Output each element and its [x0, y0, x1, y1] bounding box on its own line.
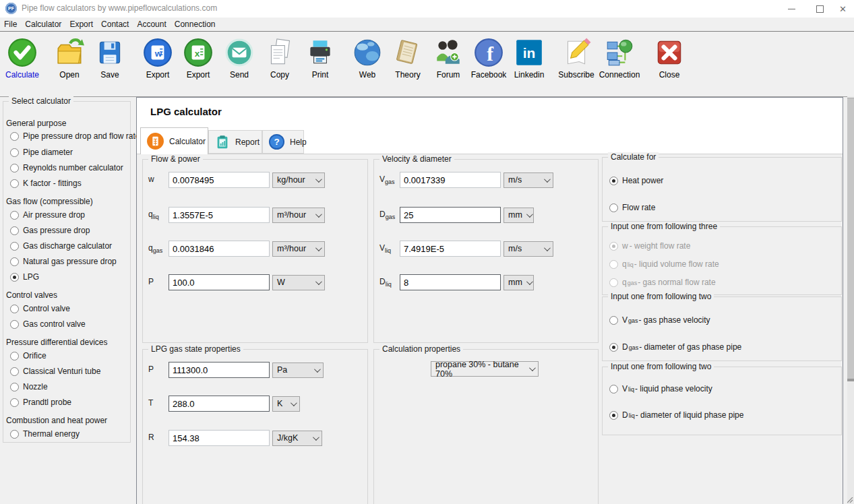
menu-calculator[interactable]: Calculator [21, 20, 65, 29]
gas-constant-input[interactable] [169, 430, 270, 446]
chevron-down-icon [315, 278, 322, 285]
calculate-button[interactable]: Calculate [0, 37, 44, 80]
network-globe-icon [604, 37, 635, 68]
export-word-button[interactable]: w Export [135, 37, 180, 80]
radio-v-gas-velocity[interactable]: Vgas - gas phase velocity [609, 315, 710, 325]
power-input[interactable] [169, 274, 270, 290]
radio-indicator [609, 260, 618, 269]
radio-v-liq-velocity[interactable]: Vliq - liquid phase velocity [609, 383, 712, 394]
theory-button[interactable]: Theory [386, 37, 430, 80]
subscribe-button[interactable]: Subscribe [554, 37, 599, 80]
vertical-scrollbar[interactable] [847, 96, 854, 504]
sidebar-item-k-factor[interactable]: K factor - fittings [10, 178, 82, 189]
radio-indicator [10, 257, 19, 266]
open-button[interactable]: Open [47, 37, 92, 80]
linkedin-icon: in [514, 37, 545, 68]
facebook-button[interactable]: f Facebook [466, 37, 511, 80]
q-gas-unit-select[interactable]: m³/hour [272, 241, 325, 257]
radio-indicator [10, 305, 19, 313]
sidebar-item-lpg[interactable]: LPG [10, 272, 39, 282]
print-button[interactable]: Print [298, 37, 342, 80]
calculate-for-group: Calculate for Heat power Flow rate [602, 157, 842, 222]
lpg-calculator-panel: LPG calculator Calculator [136, 97, 843, 504]
chevron-down-icon [529, 365, 536, 371]
chevron-down-icon [544, 176, 551, 183]
sidebar-item-gas-control-valve[interactable]: Gas control valve [10, 319, 86, 329]
radio-indicator [609, 203, 618, 212]
sidebar-item-control-valve[interactable]: Control valve [10, 303, 70, 314]
sidebar-item-orifice[interactable]: Orifice [10, 350, 47, 361]
pressure-unit-select[interactable]: Pa [272, 363, 324, 378]
app-window: PF Pipe flow calculators by www.pipeflow… [0, 0, 854, 504]
save-button[interactable]: Save [88, 37, 132, 80]
resize-grip-icon[interactable] [847, 497, 853, 503]
sidebar-item-reynolds-number[interactable]: Reynolds number calculator [10, 162, 123, 173]
scrollbar-thumb[interactable] [847, 98, 854, 381]
menu-account[interactable]: Account [133, 20, 170, 29]
d-liq-input[interactable] [400, 274, 501, 290]
d-gas-input[interactable] [400, 207, 501, 223]
d-gas-unit-select[interactable]: mm [504, 208, 534, 223]
radio-heat-power[interactable]: Heat power [609, 175, 663, 186]
w-input[interactable] [169, 172, 270, 188]
field-row-v-gas: Vgas m/s [379, 172, 553, 188]
temperature-unit-select[interactable]: K [272, 396, 300, 412]
forum-button[interactable]: Forum [426, 37, 470, 80]
svg-text:f: f [487, 43, 494, 65]
temperature-input[interactable] [169, 396, 270, 412]
radio-indicator [10, 320, 19, 329]
sidebar-item-natural-gas-pressure-drop[interactable]: Natural gas pressure drop [10, 256, 117, 267]
chevron-down-icon [526, 211, 533, 218]
sidebar-item-pipe-pressure-drop[interactable]: Pipe pressure drop and flow rate [10, 131, 140, 141]
q-liq-input[interactable] [169, 207, 270, 223]
power-unit-select[interactable]: W [272, 275, 325, 290]
minimize-button[interactable] [776, 0, 807, 18]
menu-export[interactable]: Export [65, 20, 97, 29]
tab-report[interactable]: Report [208, 130, 262, 154]
radio-d-gas-diameter[interactable]: Dgas - diameter of gas phase pipe [609, 342, 741, 352]
send-button[interactable]: Send [217, 37, 262, 80]
svg-text:w: w [154, 49, 162, 59]
connection-button[interactable]: Connection [597, 37, 642, 80]
sidebar-group-pressure-differential: Pressure differential devices [6, 338, 108, 347]
close-button[interactable]: Close [647, 37, 692, 80]
menu-contact[interactable]: Contact [97, 20, 133, 29]
radio-indicator [609, 316, 618, 325]
linkedin-button[interactable]: in Linkedin [507, 37, 551, 80]
mixture-select[interactable]: propane 30% - butane 70% [431, 361, 539, 377]
radio-d-liq-diameter[interactable]: Dliq - diameter of liquid phase pipe [609, 410, 743, 420]
sidebar-item-thermal-energy[interactable]: Thermal energy [10, 429, 80, 439]
sidebar-item-prandtl-probe[interactable]: Prandtl probe [10, 397, 71, 408]
word-document-icon: w [142, 37, 173, 68]
close-window-button[interactable]: ✕ [828, 0, 854, 18]
tab-help[interactable]: ? Help [262, 130, 304, 154]
menu-file[interactable]: File [0, 20, 21, 29]
web-button[interactable]: Web [345, 37, 390, 80]
sidebar-item-venturi-tube[interactable]: Classical Venturi tube [10, 366, 100, 377]
sidebar-item-gas-discharge[interactable]: Gas discharge calculator [10, 241, 112, 251]
w-unit-select[interactable]: kg/hour [272, 172, 325, 188]
v-gas-unit-select[interactable]: m/s [504, 172, 553, 188]
group-title: Flow & power [148, 154, 203, 164]
svg-text:in: in [523, 45, 536, 61]
group-title: Calculate for [608, 152, 659, 162]
q-liq-unit-select[interactable]: m³/hour [272, 208, 325, 223]
pressure-input[interactable] [169, 362, 270, 378]
q-gas-input[interactable] [169, 241, 270, 257]
v-gas-input[interactable] [400, 172, 501, 188]
radio-flow-rate[interactable]: Flow rate [609, 202, 655, 213]
menu-connection[interactable]: Connection [171, 20, 220, 29]
copy-button[interactable]: Copy [257, 37, 302, 80]
field-row-q-liq: qliq m³/hour [148, 207, 325, 223]
sidebar-item-air-pressure-drop[interactable]: Air pressure drop [10, 210, 85, 220]
sidebar-item-nozzle[interactable]: Nozzle [10, 381, 48, 392]
report-tab-icon [214, 134, 231, 150]
d-liq-unit-select[interactable]: mm [504, 275, 534, 290]
tab-calculator[interactable]: Calculator [140, 127, 208, 154]
v-liq-input[interactable] [400, 241, 501, 257]
v-liq-unit-select[interactable]: m/s [504, 241, 553, 257]
sidebar-item-gas-pressure-drop[interactable]: Gas pressure drop [10, 225, 90, 236]
gas-constant-unit-select[interactable]: J/kgK [272, 431, 322, 446]
sidebar-item-pipe-diameter[interactable]: Pipe diameter [10, 147, 73, 158]
export-excel-button[interactable]: x Export [176, 37, 220, 80]
